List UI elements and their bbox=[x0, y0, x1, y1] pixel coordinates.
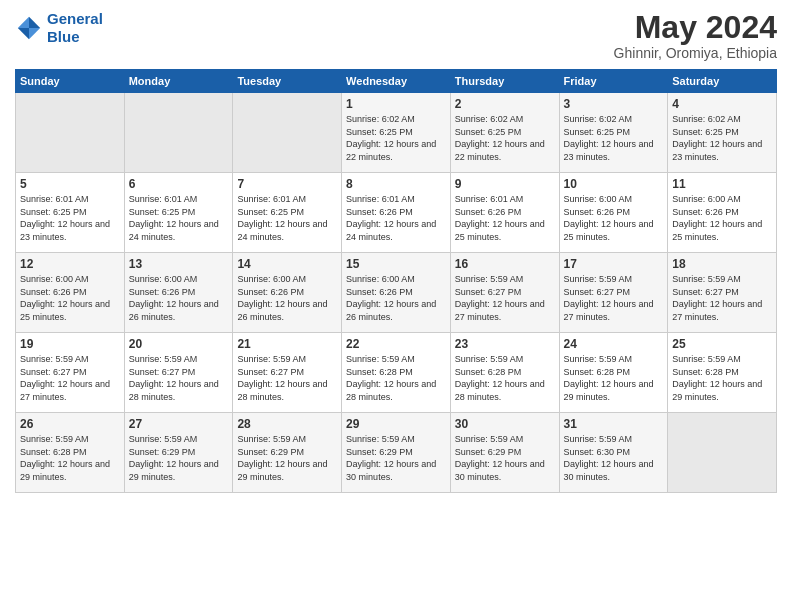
day-number: 15 bbox=[346, 257, 446, 271]
day-info: Sunrise: 5:59 AMSunset: 6:27 PMDaylight:… bbox=[129, 353, 229, 403]
week-row-3: 12Sunrise: 6:00 AMSunset: 6:26 PMDayligh… bbox=[16, 253, 777, 333]
day-number: 4 bbox=[672, 97, 772, 111]
weekday-header-friday: Friday bbox=[559, 70, 668, 93]
day-number: 8 bbox=[346, 177, 446, 191]
day-cell: 24Sunrise: 5:59 AMSunset: 6:28 PMDayligh… bbox=[559, 333, 668, 413]
day-cell: 30Sunrise: 5:59 AMSunset: 6:29 PMDayligh… bbox=[450, 413, 559, 493]
day-cell: 8Sunrise: 6:01 AMSunset: 6:26 PMDaylight… bbox=[342, 173, 451, 253]
weekday-header-saturday: Saturday bbox=[668, 70, 777, 93]
day-info: Sunrise: 5:59 AMSunset: 6:28 PMDaylight:… bbox=[455, 353, 555, 403]
day-number: 22 bbox=[346, 337, 446, 351]
day-cell bbox=[668, 413, 777, 493]
day-info: Sunrise: 6:01 AMSunset: 6:25 PMDaylight:… bbox=[20, 193, 120, 243]
day-info: Sunrise: 5:59 AMSunset: 6:27 PMDaylight:… bbox=[455, 273, 555, 323]
location: Ghinnir, Oromiya, Ethiopia bbox=[614, 45, 777, 61]
day-info: Sunrise: 5:59 AMSunset: 6:27 PMDaylight:… bbox=[20, 353, 120, 403]
day-cell: 15Sunrise: 6:00 AMSunset: 6:26 PMDayligh… bbox=[342, 253, 451, 333]
day-cell: 2Sunrise: 6:02 AMSunset: 6:25 PMDaylight… bbox=[450, 93, 559, 173]
day-info: Sunrise: 5:59 AMSunset: 6:27 PMDaylight:… bbox=[564, 273, 664, 323]
day-info: Sunrise: 5:59 AMSunset: 6:28 PMDaylight:… bbox=[20, 433, 120, 483]
day-info: Sunrise: 6:02 AMSunset: 6:25 PMDaylight:… bbox=[455, 113, 555, 163]
day-cell: 21Sunrise: 5:59 AMSunset: 6:27 PMDayligh… bbox=[233, 333, 342, 413]
weekday-header-wednesday: Wednesday bbox=[342, 70, 451, 93]
weekday-header-thursday: Thursday bbox=[450, 70, 559, 93]
day-cell: 1Sunrise: 6:02 AMSunset: 6:25 PMDaylight… bbox=[342, 93, 451, 173]
day-cell: 11Sunrise: 6:00 AMSunset: 6:26 PMDayligh… bbox=[668, 173, 777, 253]
day-number: 5 bbox=[20, 177, 120, 191]
day-cell: 19Sunrise: 5:59 AMSunset: 6:27 PMDayligh… bbox=[16, 333, 125, 413]
day-number: 6 bbox=[129, 177, 229, 191]
logo-text: General Blue bbox=[47, 10, 103, 46]
svg-marker-0 bbox=[29, 17, 40, 28]
svg-marker-1 bbox=[18, 17, 29, 28]
day-info: Sunrise: 5:59 AMSunset: 6:29 PMDaylight:… bbox=[346, 433, 446, 483]
day-info: Sunrise: 5:59 AMSunset: 6:30 PMDaylight:… bbox=[564, 433, 664, 483]
day-cell: 31Sunrise: 5:59 AMSunset: 6:30 PMDayligh… bbox=[559, 413, 668, 493]
day-number: 7 bbox=[237, 177, 337, 191]
day-number: 25 bbox=[672, 337, 772, 351]
month-title: May 2024 bbox=[614, 10, 777, 45]
day-number: 28 bbox=[237, 417, 337, 431]
day-number: 11 bbox=[672, 177, 772, 191]
day-cell: 7Sunrise: 6:01 AMSunset: 6:25 PMDaylight… bbox=[233, 173, 342, 253]
day-number: 1 bbox=[346, 97, 446, 111]
weekday-header-tuesday: Tuesday bbox=[233, 70, 342, 93]
weekday-header-monday: Monday bbox=[124, 70, 233, 93]
day-number: 24 bbox=[564, 337, 664, 351]
day-cell: 28Sunrise: 5:59 AMSunset: 6:29 PMDayligh… bbox=[233, 413, 342, 493]
day-info: Sunrise: 5:59 AMSunset: 6:29 PMDaylight:… bbox=[129, 433, 229, 483]
day-cell: 20Sunrise: 5:59 AMSunset: 6:27 PMDayligh… bbox=[124, 333, 233, 413]
day-number: 16 bbox=[455, 257, 555, 271]
day-info: Sunrise: 6:02 AMSunset: 6:25 PMDaylight:… bbox=[672, 113, 772, 163]
day-number: 18 bbox=[672, 257, 772, 271]
day-info: Sunrise: 6:00 AMSunset: 6:26 PMDaylight:… bbox=[346, 273, 446, 323]
day-cell: 3Sunrise: 6:02 AMSunset: 6:25 PMDaylight… bbox=[559, 93, 668, 173]
day-cell bbox=[124, 93, 233, 173]
day-info: Sunrise: 6:02 AMSunset: 6:25 PMDaylight:… bbox=[346, 113, 446, 163]
day-cell: 27Sunrise: 5:59 AMSunset: 6:29 PMDayligh… bbox=[124, 413, 233, 493]
day-number: 13 bbox=[129, 257, 229, 271]
day-cell: 12Sunrise: 6:00 AMSunset: 6:26 PMDayligh… bbox=[16, 253, 125, 333]
day-cell: 22Sunrise: 5:59 AMSunset: 6:28 PMDayligh… bbox=[342, 333, 451, 413]
svg-marker-2 bbox=[18, 28, 29, 39]
day-cell: 5Sunrise: 6:01 AMSunset: 6:25 PMDaylight… bbox=[16, 173, 125, 253]
day-cell: 16Sunrise: 5:59 AMSunset: 6:27 PMDayligh… bbox=[450, 253, 559, 333]
day-cell: 4Sunrise: 6:02 AMSunset: 6:25 PMDaylight… bbox=[668, 93, 777, 173]
day-number: 3 bbox=[564, 97, 664, 111]
day-info: Sunrise: 6:00 AMSunset: 6:26 PMDaylight:… bbox=[129, 273, 229, 323]
day-info: Sunrise: 5:59 AMSunset: 6:28 PMDaylight:… bbox=[672, 353, 772, 403]
day-cell: 18Sunrise: 5:59 AMSunset: 6:27 PMDayligh… bbox=[668, 253, 777, 333]
title-area: May 2024 Ghinnir, Oromiya, Ethiopia bbox=[614, 10, 777, 61]
day-number: 23 bbox=[455, 337, 555, 351]
page-header: General Blue May 2024 Ghinnir, Oromiya, … bbox=[15, 10, 777, 61]
day-cell: 13Sunrise: 6:00 AMSunset: 6:26 PMDayligh… bbox=[124, 253, 233, 333]
day-cell: 29Sunrise: 5:59 AMSunset: 6:29 PMDayligh… bbox=[342, 413, 451, 493]
weekday-header-sunday: Sunday bbox=[16, 70, 125, 93]
day-number: 14 bbox=[237, 257, 337, 271]
day-number: 10 bbox=[564, 177, 664, 191]
day-number: 2 bbox=[455, 97, 555, 111]
logo: General Blue bbox=[15, 10, 103, 46]
week-row-5: 26Sunrise: 5:59 AMSunset: 6:28 PMDayligh… bbox=[16, 413, 777, 493]
day-cell bbox=[16, 93, 125, 173]
day-number: 30 bbox=[455, 417, 555, 431]
day-number: 26 bbox=[20, 417, 120, 431]
day-info: Sunrise: 6:01 AMSunset: 6:25 PMDaylight:… bbox=[129, 193, 229, 243]
svg-marker-3 bbox=[29, 28, 40, 39]
week-row-2: 5Sunrise: 6:01 AMSunset: 6:25 PMDaylight… bbox=[16, 173, 777, 253]
day-number: 20 bbox=[129, 337, 229, 351]
day-number: 29 bbox=[346, 417, 446, 431]
day-number: 27 bbox=[129, 417, 229, 431]
day-cell: 26Sunrise: 5:59 AMSunset: 6:28 PMDayligh… bbox=[16, 413, 125, 493]
day-info: Sunrise: 6:00 AMSunset: 6:26 PMDaylight:… bbox=[20, 273, 120, 323]
day-cell: 6Sunrise: 6:01 AMSunset: 6:25 PMDaylight… bbox=[124, 173, 233, 253]
logo-line2: Blue bbox=[47, 28, 80, 45]
day-number: 9 bbox=[455, 177, 555, 191]
weekday-header-row: SundayMondayTuesdayWednesdayThursdayFrid… bbox=[16, 70, 777, 93]
day-info: Sunrise: 6:00 AMSunset: 6:26 PMDaylight:… bbox=[564, 193, 664, 243]
week-row-1: 1Sunrise: 6:02 AMSunset: 6:25 PMDaylight… bbox=[16, 93, 777, 173]
day-number: 19 bbox=[20, 337, 120, 351]
day-cell bbox=[233, 93, 342, 173]
calendar-table: SundayMondayTuesdayWednesdayThursdayFrid… bbox=[15, 69, 777, 493]
day-number: 12 bbox=[20, 257, 120, 271]
